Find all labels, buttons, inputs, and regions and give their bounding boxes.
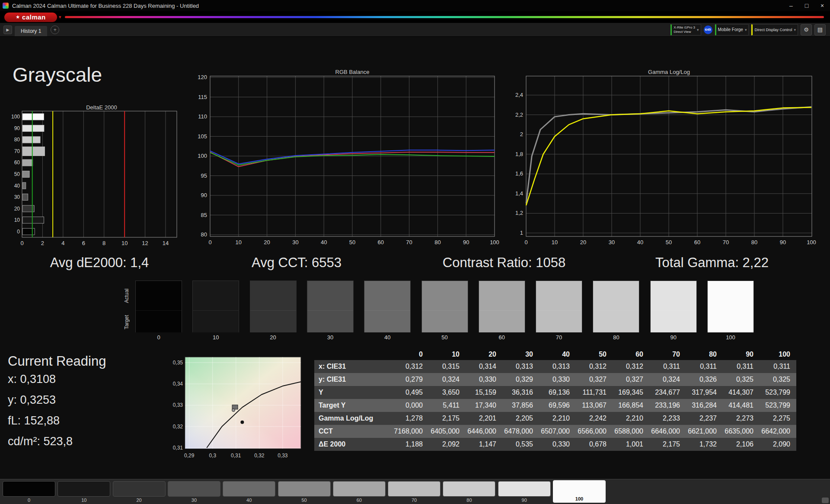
logo-menu-arrow-icon[interactable]: ▾: [59, 14, 61, 20]
svg-text:85: 85: [201, 212, 207, 218]
svg-text:2: 2: [41, 240, 44, 246]
table-column-header: 30: [502, 348, 539, 360]
patch-target: [250, 310, 296, 332]
table-cell: 0,311: [723, 360, 760, 373]
table-cell: 0,312: [576, 360, 613, 373]
table-cell: 3,650: [429, 386, 466, 399]
svg-text:1,4: 1,4: [515, 190, 523, 197]
pattern-level-button-30[interactable]: 30: [168, 479, 220, 504]
gamma-chart: Gamma Log/Log2,42,221,81,61,41,210102030…: [510, 68, 826, 253]
svg-text:2,4: 2,4: [515, 92, 523, 98]
pattern-level-label: 10: [57, 498, 110, 503]
table-cell: 0,327: [576, 373, 613, 386]
patch-target: [536, 310, 582, 332]
meter-device-dropdown[interactable]: X-Rite i1Pro 3 Direct View ▾: [670, 24, 701, 35]
table-cell: 2,175: [649, 438, 686, 451]
table-cell: 6646,000: [649, 425, 686, 438]
svg-text:110: 110: [198, 113, 207, 120]
table-cell: 523,799: [760, 399, 796, 412]
table-cell: 1,278: [392, 412, 429, 425]
svg-text:80: 80: [434, 239, 441, 246]
svg-text:0,32: 0,32: [173, 424, 183, 430]
pattern-level-button-90[interactable]: 90: [498, 479, 551, 504]
patch-actual: [708, 281, 753, 310]
pattern-level-button-100[interactable]: 100: [553, 479, 606, 504]
table-cell: 2,205: [502, 412, 539, 425]
title-bar: Calman 2024 Calman Ultimate for Business…: [0, 0, 830, 11]
table-cell: 0,000: [392, 399, 429, 412]
svg-text:0,32: 0,32: [254, 453, 265, 459]
svg-text:90: 90: [780, 239, 786, 246]
patch-level-label: 30: [307, 334, 354, 341]
svg-text:60: 60: [378, 239, 384, 246]
patch-actual: [536, 281, 582, 310]
pattern-level-button-40[interactable]: 40: [223, 479, 275, 504]
table-cell: 5,411: [429, 399, 466, 412]
grayscale-patch-strip: 0102030405060708090100: [135, 281, 758, 343]
table-cell: 0,330: [539, 438, 576, 451]
svg-text:0,35: 0,35: [173, 360, 183, 366]
pattern-level-button-80[interactable]: 80: [443, 479, 495, 504]
table-cell: 0,326: [686, 373, 723, 386]
table-cell: 523,799: [760, 386, 796, 399]
table-cell: 2,275: [760, 412, 796, 425]
svg-text:40: 40: [14, 183, 20, 189]
pattern-source-dropdown[interactable]: Mobile Forge ▾: [715, 24, 749, 35]
svg-text:0,33: 0,33: [173, 402, 183, 408]
table-cell: 69,596: [539, 399, 576, 412]
table-cell: 111,731: [576, 386, 613, 399]
svg-text:0,29: 0,29: [184, 453, 195, 459]
history-prev-button[interactable]: ▶: [3, 26, 12, 34]
svg-text:30: 30: [609, 239, 615, 246]
table-cell: 1,732: [686, 438, 723, 451]
patch-target: [193, 310, 239, 332]
svg-text:80: 80: [751, 239, 757, 246]
svg-text:40: 40: [637, 239, 643, 246]
tab-history-1[interactable]: History 1: [15, 26, 47, 36]
reading-fl: fL: 152,88: [8, 414, 60, 427]
table-cell: 0,495: [392, 386, 429, 399]
pattern-level-button-60[interactable]: 60: [333, 479, 386, 504]
svg-text:80: 80: [201, 231, 207, 238]
table-cell: 6621,000: [686, 425, 723, 438]
patch-actual: [651, 281, 696, 310]
table-cell: 0,325: [760, 373, 796, 386]
patch-actual: [364, 281, 410, 310]
minimize-button[interactable]: –: [783, 0, 799, 11]
brand-bar: ★ calman ▾: [0, 11, 830, 23]
svg-text:90: 90: [201, 192, 207, 198]
pattern-level-label: 60: [333, 498, 386, 503]
svg-text:14: 14: [163, 240, 169, 246]
pattern-level-button-70[interactable]: 70: [388, 479, 441, 504]
settings-gear-button[interactable]: ⚙: [801, 24, 812, 35]
svg-text:100: 100: [198, 153, 207, 159]
svg-text:50: 50: [14, 171, 20, 177]
pattern-level-button-50[interactable]: 50: [278, 479, 331, 504]
page-title: Grayscale: [13, 63, 102, 86]
close-button[interactable]: ×: [814, 0, 830, 11]
pattern-level-button-0[interactable]: 0: [3, 479, 55, 504]
layout-panels-button[interactable]: ▤: [814, 24, 826, 35]
calman-logo: ★ calman: [4, 13, 57, 22]
chevron-down-icon: ▾: [794, 28, 796, 32]
patch-target: [593, 310, 639, 332]
table-cell: 6405,000: [429, 425, 466, 438]
add-tab-button[interactable]: +: [51, 26, 59, 34]
table-cell: 0,535: [502, 438, 539, 451]
maximize-button[interactable]: □: [799, 0, 814, 11]
display-control-label: Direct Display Control: [754, 28, 792, 32]
table-cell: 0,315: [429, 360, 466, 373]
svg-text:2: 2: [520, 131, 523, 137]
chat-bubble-icon[interactable]: [822, 498, 829, 503]
display-control-dropdown[interactable]: Direct Display Control ▾: [751, 24, 798, 35]
table-cell: 2,106: [723, 438, 760, 451]
svg-text:60: 60: [14, 159, 20, 166]
pattern-level-button-10[interactable]: 10: [57, 479, 110, 504]
pattern-level-button-20[interactable]: 20: [113, 479, 166, 504]
pattern-level-label: 80: [443, 498, 495, 503]
patch-target: [422, 310, 468, 332]
table-cell: 2,273: [723, 412, 760, 425]
table-cell: 6507,000: [539, 425, 576, 438]
pattern-level-label: 70: [388, 498, 441, 503]
svg-text:90: 90: [463, 239, 469, 246]
